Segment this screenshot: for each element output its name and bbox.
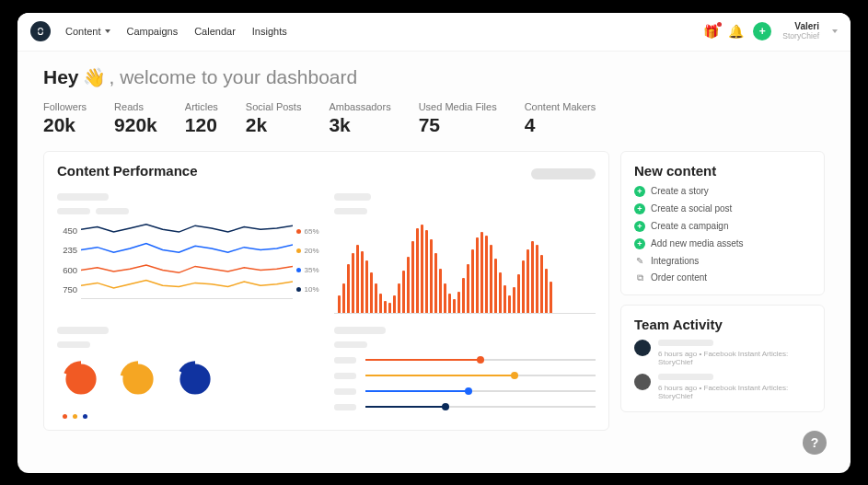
activity-item[interactable]: 6 hours ago • Facebook Instant Articles:… (634, 340, 811, 366)
stat-label: Articles (185, 101, 218, 112)
bar (352, 253, 354, 313)
bar (471, 249, 474, 313)
slider[interactable] (334, 388, 596, 395)
activity-meta: 6 hours ago • Facebook Instant Articles:… (658, 350, 811, 366)
stat-value: 4 (525, 114, 596, 136)
stat-value: 20k (43, 114, 87, 136)
stat-block: Articles120 (185, 101, 218, 136)
help-button[interactable]: ? (803, 431, 827, 455)
bar (411, 241, 414, 312)
team-activity-card: Team Activity 6 hours ago • Facebook Ins… (620, 305, 825, 412)
bar (522, 260, 525, 312)
donut (57, 355, 105, 407)
slider-label (334, 373, 356, 379)
stat-block: Ambassadors3k (329, 101, 390, 136)
stat-value: 2k (246, 114, 302, 136)
bar (545, 269, 548, 313)
stat-block: Social Posts2k (246, 101, 302, 136)
new-content-item[interactable]: +Add new media assets (634, 238, 811, 249)
bar (388, 303, 391, 312)
legend-item: 65% (296, 227, 318, 236)
new-content-label: Integrations (651, 256, 699, 266)
bar (550, 282, 552, 312)
bar (379, 294, 382, 313)
bar (434, 253, 437, 313)
chevron-down-icon (832, 29, 838, 33)
avatar (634, 340, 651, 356)
new-content-label: Create a story (651, 186, 709, 196)
add-button[interactable]: + (753, 22, 771, 40)
bar (517, 274, 520, 313)
donut-row (57, 355, 319, 407)
action-icon: ✎ (634, 256, 645, 266)
nav-calendar[interactable]: Calendar (194, 26, 236, 37)
new-content-item[interactable]: +Create a story (634, 186, 811, 197)
slider[interactable] (334, 373, 596, 379)
slider[interactable] (334, 357, 596, 364)
stat-label: Followers (43, 101, 87, 112)
donut-legend-dots (63, 414, 319, 419)
bar (393, 295, 396, 313)
y-tick: 750 (57, 284, 77, 294)
bar (467, 264, 469, 312)
stat-value: 3k (329, 114, 390, 136)
new-content-item[interactable]: ✎Integrations (634, 256, 811, 266)
nav-insights[interactable]: Insights (252, 26, 287, 37)
new-content-item[interactable]: +Create a social post (634, 203, 811, 214)
bar (402, 271, 405, 313)
y-axis: 450235600750 (57, 222, 77, 299)
stat-block: Content Makers4 (525, 101, 596, 136)
new-content-item[interactable]: +Create a campaign (634, 221, 811, 232)
chevron-down-icon (105, 29, 110, 33)
new-content-card: New content +Create a story+Create a soc… (620, 151, 825, 295)
activity-text-skeleton (658, 374, 713, 380)
user-org: StoryChief (782, 32, 819, 40)
new-content-label: Order content (651, 272, 707, 283)
bar (494, 259, 497, 312)
bar (398, 283, 400, 312)
filter-skeleton[interactable] (531, 168, 596, 179)
bar (448, 294, 451, 313)
stats-row: Followers20kReads920kArticles120Social P… (43, 101, 825, 136)
activity-item[interactable]: 6 hours ago • Facebook Instant Articles:… (634, 374, 811, 400)
slider-label (334, 357, 356, 364)
bar (476, 237, 479, 312)
bar (338, 295, 341, 313)
stat-block: Followers20k (43, 101, 87, 136)
new-content-label: Create a social post (651, 203, 732, 214)
bar (513, 287, 515, 312)
bar (536, 245, 538, 312)
new-content-item[interactable]: ⧉Order content (634, 272, 811, 283)
bar (407, 257, 410, 313)
bar (439, 269, 442, 313)
content-performance-card: Content Performance 450235600750 65%20%3… (43, 151, 609, 431)
bell-icon[interactable]: 🔔 (728, 24, 744, 39)
stat-value: 920k (114, 114, 157, 136)
bar (425, 230, 428, 313)
bar (462, 278, 465, 313)
slider[interactable] (334, 404, 596, 410)
stat-label: Ambassadors (329, 101, 390, 112)
gift-icon[interactable]: 🎁 (703, 24, 719, 39)
nav-campaigns[interactable]: Campaigns (127, 26, 179, 37)
page-title: Hey 👋 , welcome to your dashboard (43, 66, 825, 88)
bar-chart (334, 222, 596, 314)
nav-content[interactable]: Content (65, 26, 110, 37)
bar (347, 264, 350, 312)
stat-block: Used Media Files75 (419, 101, 497, 136)
bar (457, 292, 460, 313)
stat-label: Used Media Files (419, 101, 497, 112)
brand-logo[interactable] (30, 21, 51, 41)
bar (480, 232, 483, 313)
plus-icon: + (634, 221, 645, 232)
stat-label: Social Posts (246, 101, 302, 112)
stat-value: 120 (185, 114, 218, 136)
line-legend: 65%20%35%10% (296, 222, 318, 299)
user-menu[interactable]: Valeri StoryChief (782, 22, 819, 40)
bar (531, 241, 534, 312)
bar (453, 299, 456, 313)
new-content-label: Add new media assets (651, 238, 744, 248)
bar (490, 245, 492, 312)
bar (356, 245, 359, 312)
slider-label (334, 404, 356, 410)
